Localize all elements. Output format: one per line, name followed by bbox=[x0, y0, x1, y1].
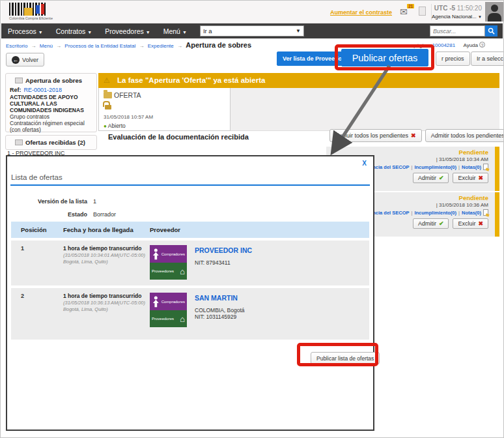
person-arrow-icon bbox=[152, 247, 160, 261]
arrow-separator-icon: → bbox=[139, 43, 144, 49]
nav-item-menu[interactable]: Menú▼ bbox=[163, 27, 187, 35]
search-input[interactable] bbox=[430, 25, 485, 36]
goto-select[interactable]: Ir a ▼ bbox=[200, 25, 304, 36]
cross-icon: ✖ bbox=[411, 132, 416, 139]
chevron-down-icon: ▼ bbox=[87, 30, 92, 35]
arrival-timestamp: (31/05/2018 10:36:13 AM(UTC-05:00) Bogot… bbox=[63, 300, 150, 313]
account-name: Agencia Nacional... bbox=[432, 14, 477, 20]
breadcrumb-link-procesos[interactable]: Procesos de la Entidad Estatal bbox=[64, 43, 135, 49]
document-icon[interactable] bbox=[419, 7, 426, 16]
admit-button[interactable]: Admitir✔ bbox=[413, 173, 449, 183]
exclude-all-button[interactable]: Excluir todos los pendientes✖ bbox=[329, 129, 422, 142]
row-position: 1 bbox=[11, 245, 63, 285]
breadcrumb-link-escritorio[interactable]: Escritorio bbox=[6, 43, 27, 49]
person-arrow-icon bbox=[152, 295, 160, 309]
reference-link[interactable]: RE-0001-2018 bbox=[24, 87, 63, 93]
help-link[interactable]: Ayuda bbox=[463, 42, 478, 48]
search-button[interactable] bbox=[485, 25, 497, 36]
arrow-separator-icon: → bbox=[56, 43, 61, 49]
open-lock-icon bbox=[105, 105, 111, 110]
compradores-logo-half: Compradores bbox=[150, 293, 187, 310]
admit-all-button[interactable]: Admitir todos los pendientes✔ bbox=[425, 129, 504, 142]
nav-item-proveedores[interactable]: Proveedores▼ bbox=[105, 27, 150, 35]
admit-button[interactable]: Admitir✔ bbox=[413, 218, 449, 229]
modal-title-rule bbox=[10, 184, 370, 186]
nav-item-procesos[interactable]: Procesos▼ bbox=[8, 27, 43, 35]
brand-logo: Colombia Compra Eficiente bbox=[9, 3, 51, 20]
page-title: Apertura de sobres bbox=[186, 41, 251, 49]
mail-badge: 21 bbox=[407, 4, 414, 8]
noncompliance-link[interactable]: Incumplimiento(0) bbox=[414, 210, 456, 216]
row-provider: Compradores Proveedores ⌂ SAN MARTIN COL… bbox=[150, 293, 369, 340]
sidebar-offers-panel[interactable]: Ofertas recibidas (2) bbox=[5, 135, 97, 150]
arrow-separator-icon: → bbox=[177, 43, 182, 49]
breadcrumb: Escritorio → Menú → Procesos de la Entid… bbox=[6, 41, 251, 49]
notes-link[interactable]: Notas(0) bbox=[462, 210, 481, 216]
sidebar-opening-panel: Apertura de sobres Ref:RE-0001-2018 ACTI… bbox=[5, 73, 97, 132]
offers-list-modal: X Lista de ofertas Versión de la lista 1… bbox=[6, 155, 374, 431]
chevron-down-icon: ▼ bbox=[146, 30, 150, 35]
logo-yellow-square bbox=[24, 8, 33, 16]
top-header: Colombia Compra Eficiente Aumentar el co… bbox=[1, 1, 503, 23]
elapsed-time: 1 hora de tiempo transcurrido bbox=[63, 293, 150, 299]
process-group: Grupo contratos bbox=[10, 113, 92, 120]
secop-page: Colombia Compra Eficiente Aumentar el co… bbox=[0, 0, 504, 438]
breadcrumb-link-expediente[interactable]: Expediente bbox=[148, 43, 174, 49]
house-icon: ⌂ bbox=[180, 314, 185, 324]
exclude-button[interactable]: Excluir✖ bbox=[453, 218, 488, 229]
go-to-selection-button[interactable]: Ir a selección bbox=[471, 51, 504, 66]
row-arrival: 1 hora de tiempo transcurrido (31/05/201… bbox=[63, 293, 150, 340]
search-icon bbox=[488, 27, 495, 35]
logo-top-label: Compradores bbox=[161, 252, 185, 256]
avatar[interactable] bbox=[485, 2, 504, 22]
evaluation-heading: Evaluación de la documentación recibida bbox=[108, 133, 249, 141]
arrow-separator-icon: → bbox=[31, 43, 36, 49]
publish-offers-list-button[interactable]: Publicar lista de ofertas bbox=[311, 352, 380, 364]
utc-clock: UTC -5 11:50:20 bbox=[434, 5, 482, 12]
provider-logo: Compradores Proveedores ⌂ bbox=[150, 245, 187, 280]
check-icon: ✔ bbox=[439, 175, 444, 181]
envelope-date: 31/05/2018 10:57 AM bbox=[104, 114, 225, 120]
offers-table-row: 1 1 hora de tiempo transcurrido (31/05/2… bbox=[11, 241, 369, 285]
page-id-value[interactable]: 10004281 bbox=[432, 42, 456, 48]
goto-select-value: Ir a bbox=[203, 27, 212, 35]
increase-contrast-link[interactable]: Aumentar el contraste bbox=[330, 9, 392, 16]
help-icon[interactable]: ? bbox=[479, 42, 485, 48]
page-id-label: página: bbox=[413, 42, 430, 48]
note-icon[interactable] bbox=[483, 209, 488, 216]
provider-nit: NIT: 87943411 bbox=[195, 259, 252, 266]
provider-name-link[interactable]: PROVEEDOR INC bbox=[195, 246, 252, 254]
noncompliance-link[interactable]: Incumplimiento(0) bbox=[414, 164, 456, 170]
provider-info: PROVEEDOR INC NIT: 87943411 bbox=[195, 245, 252, 285]
row-arrival: 1 hora de tiempo transcurrido (31/05/201… bbox=[63, 245, 150, 285]
sidebar-offers-header: Ofertas recibidas (2) bbox=[10, 139, 92, 146]
process-regime: Contratación régimen especial (con ofert… bbox=[10, 120, 92, 133]
column-arrival: Fecha y hora de llegada bbox=[63, 226, 150, 233]
house-icon: ⌂ bbox=[180, 267, 185, 276]
check-icon: ✔ bbox=[439, 220, 444, 227]
note-icon[interactable] bbox=[483, 164, 488, 170]
publish-offers-button[interactable]: Publicar ofertas bbox=[341, 49, 428, 66]
warning-icon: ⚠ bbox=[104, 76, 110, 84]
elapsed-time: 1 hora de tiempo transcurrido bbox=[63, 245, 150, 252]
breadcrumb-link-menu[interactable]: Menú bbox=[40, 43, 53, 49]
oferta-envelope-tab[interactable]: OFERTA 31/05/2018 10:57 AM ●Abierto bbox=[98, 88, 231, 131]
process-subject: ACTIVIDADES DE APOYO CULTURAL A LAS COMU… bbox=[10, 94, 92, 113]
chevron-down-icon: ▼ bbox=[296, 28, 301, 34]
back-button[interactable]: ← Volver bbox=[6, 53, 44, 66]
proveedores-logo-half: Proveedores ⌂ bbox=[150, 310, 187, 327]
exclude-button[interactable]: Excluir✖ bbox=[453, 173, 488, 183]
offers-table-header: Posición Fecha y hora de llegada Proveed… bbox=[11, 222, 369, 238]
nav-item-contratos[interactable]: Contratos▼ bbox=[56, 27, 92, 35]
provider-nit: NIT: 1031145929 bbox=[195, 314, 245, 320]
mail-icon[interactable]: ✉ bbox=[400, 7, 408, 17]
close-icon[interactable]: X bbox=[362, 160, 367, 167]
account-menu[interactable]: Agencia Nacional... ▼ bbox=[430, 14, 482, 20]
provider-name-link[interactable]: SAN MARTIN bbox=[195, 294, 245, 302]
envelope-status: ●Abierto bbox=[104, 123, 225, 129]
panel-grid-icon bbox=[15, 139, 23, 145]
prices-button[interactable]: r precios bbox=[436, 51, 470, 66]
cross-icon: ✖ bbox=[478, 175, 483, 181]
notes-link[interactable]: Notas(0) bbox=[462, 164, 481, 170]
logo-top-label: Compradores bbox=[161, 300, 185, 304]
